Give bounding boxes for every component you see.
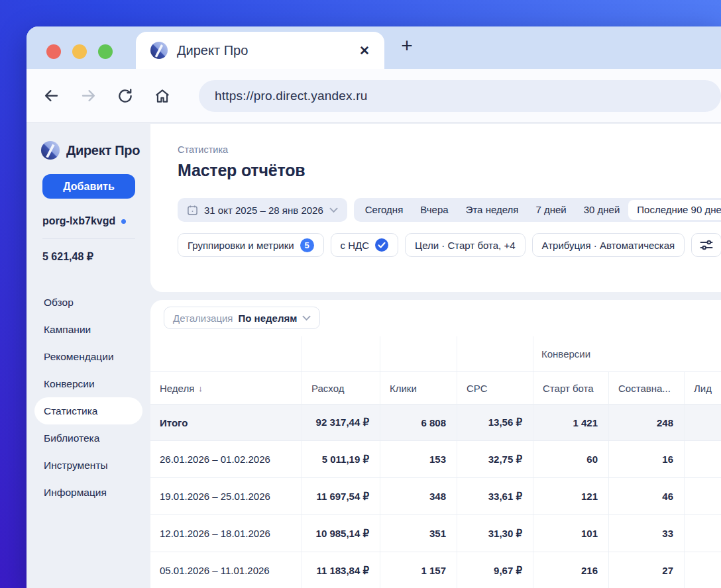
metric-value-cell: 9,67 ₽	[457, 552, 533, 588]
filter-chip-label: Цели · Старт бота, +4	[415, 240, 515, 251]
metric-value-cell: 11 183,84 ₽	[302, 552, 380, 588]
account-switcher[interactable]: porg-lxb7kvgd	[42, 215, 150, 227]
quick-range-30-дней[interactable]: 30 дней	[575, 200, 629, 220]
sidebar-item-information[interactable]: Информация	[34, 479, 142, 506]
column-header-1[interactable]: Расход	[302, 372, 380, 404]
quick-range-последние-90-дней[interactable]: Последние 90 дней	[628, 200, 721, 220]
sidebar-divider	[42, 238, 135, 239]
account-balance: 5 621,48 ₽	[42, 250, 150, 263]
forward-button[interactable]	[78, 86, 98, 106]
account-name: porg-lxb7kvgd	[42, 215, 115, 227]
filter-chip-attribution[interactable]: Атрибуция · Автоматическая	[532, 233, 685, 257]
tab-close-icon[interactable]: ✕	[359, 43, 370, 58]
sidebar: Директ Про Добавить porg-lxb7kvgd 5 621,…	[27, 124, 150, 588]
column-header-cpc[interactable]: CPC	[457, 372, 533, 404]
sidebar-item-campaigns[interactable]: Кампании	[34, 316, 142, 343]
group-header-spacer-cell	[150, 336, 302, 371]
metric-value-cell: 348	[380, 478, 457, 514]
metric-value-cell: 1 157	[380, 552, 457, 588]
report-table: КонверсииНеделя↓РасходКликиCPCСтарт бота…	[150, 336, 721, 588]
week-period-cell: 05.01.2026 – 11.01.2026	[150, 552, 302, 588]
address-bar[interactable]: https://pro.direct.yandex.ru	[199, 80, 721, 112]
direct-pro-logo-icon	[41, 141, 60, 160]
metric-value-cell	[685, 478, 721, 514]
sidebar-item-overview[interactable]: Обзор	[34, 289, 142, 316]
minimize-window-button[interactable]	[72, 44, 87, 59]
metric-value-cell: 11 697,54 ₽	[302, 478, 380, 514]
filter-chip-goals[interactable]: Цели · Старт бота, +4	[405, 233, 525, 257]
main-content: Статистика Мастер отчётов 31 окт 2025 – …	[150, 124, 721, 588]
add-button[interactable]: Добавить	[42, 174, 135, 199]
metric-value-cell: 5 011,19 ₽	[302, 441, 380, 477]
detail-level-label: Детализация	[173, 313, 233, 324]
column-header-2[interactable]: Клики	[380, 372, 457, 404]
cards-gap	[150, 292, 721, 300]
column-header-label: Неделя	[160, 383, 194, 394]
sidebar-item-conversions[interactable]: Конверсии	[34, 370, 142, 397]
calendar-icon	[187, 205, 198, 216]
week-period-cell: 19.01.2026 – 25.01.2026	[150, 478, 302, 514]
maximize-window-button[interactable]	[98, 44, 113, 59]
totals-value-cell: 6 808	[380, 405, 457, 440]
totals-value-cell: 13,56 ₽	[457, 405, 533, 440]
group-header-spacer-cell	[380, 336, 457, 371]
metric-value-cell: 16	[609, 441, 685, 477]
back-button[interactable]	[41, 86, 61, 106]
detail-level-value: По неделям	[239, 313, 298, 324]
close-window-button[interactable]	[46, 44, 61, 59]
metric-value-cell: 101	[533, 515, 609, 552]
filter-chip-groupings-metrics[interactable]: Группировки и метрики5	[178, 233, 324, 257]
sidebar-item-statistics[interactable]: Статистика	[34, 397, 142, 424]
checkbox-checked-icon	[375, 238, 388, 252]
column-header-label: Старт бота	[543, 383, 594, 394]
filter-chips-row: Группировки и метрики5с НДСЦели · Старт …	[178, 233, 721, 257]
browser-tab[interactable]: Директ Про ✕	[136, 32, 384, 69]
page-title: Мастер отчётов	[178, 161, 721, 180]
filter-chip-label: Атрибуция · Автоматическая	[542, 240, 675, 251]
quick-range-вчера[interactable]: Вчера	[412, 200, 457, 220]
column-header-6[interactable]: Лид	[685, 372, 721, 404]
metric-value-cell: 31,30 ₽	[457, 515, 533, 552]
detail-level-dropdown[interactable]: Детализация По неделям	[164, 307, 320, 329]
chevron-down-icon	[302, 315, 311, 321]
filter-settings-button[interactable]	[691, 233, 721, 257]
app-logo-text: Директ Про	[66, 143, 140, 158]
metric-value-cell: 33,61 ₽	[457, 478, 533, 514]
quick-range-7-дней[interactable]: 7 дней	[527, 200, 575, 220]
sliders-icon	[699, 238, 714, 252]
totals-label-cell: Итого	[150, 405, 302, 440]
table-totals-row: Итого92 317,44 ₽6 80813,56 ₽1 421248	[150, 405, 721, 441]
sort-descending-icon: ↓	[198, 383, 203, 393]
column-header-4[interactable]: Старт бота	[533, 372, 609, 404]
report-table-card: Детализация По неделям КонверсииНеделя↓Р…	[150, 300, 721, 588]
new-tab-button[interactable]: +	[395, 34, 419, 57]
week-period-cell: 12.01.2026 – 18.01.2026	[150, 515, 302, 552]
column-header-0[interactable]: Неделя↓	[150, 372, 302, 404]
column-header-label: Расход	[311, 383, 344, 394]
metric-value-cell: 10 985,14 ₽	[302, 515, 380, 552]
direct-pro-app: Директ Про Добавить porg-lxb7kvgd 5 621,…	[27, 124, 721, 588]
quick-range-эта-неделя[interactable]: Эта неделя	[457, 200, 527, 220]
metric-value-cell: 216	[533, 552, 609, 588]
sidebar-item-tools[interactable]: Инструменты	[34, 452, 142, 479]
reload-button[interactable]	[115, 86, 135, 106]
browser-window: Директ Про ✕ + https://pro.direct.yandex…	[27, 26, 721, 588]
home-button[interactable]	[152, 86, 172, 106]
table-row: 12.01.2026 – 18.01.202610 985,14 ₽35131,…	[150, 515, 721, 552]
metric-value-cell	[685, 515, 721, 552]
totals-value-cell: 1 421	[533, 405, 609, 440]
sidebar-item-library[interactable]: Библиотека	[34, 424, 142, 452]
group-header-conversions: Конверсии	[533, 336, 721, 371]
quick-range-сегодня[interactable]: Сегодня	[357, 200, 412, 220]
date-range-picker[interactable]: 31 окт 2025 – 28 янв 2026	[178, 198, 347, 222]
tab-strip: Директ Про ✕ +	[27, 26, 721, 69]
account-status-dot-icon	[121, 219, 126, 224]
group-header-spacer-cell	[302, 336, 380, 371]
sidebar-item-recommendations[interactable]: Рекомендации	[34, 343, 142, 370]
table-row: 26.01.2026 – 01.02.20265 011,19 ₽15332,7…	[150, 441, 721, 478]
column-header-label: CPC	[467, 383, 488, 394]
filter-chip-vat[interactable]: с НДС	[331, 233, 399, 257]
column-header-5[interactable]: Составна...	[609, 372, 685, 404]
window-controls	[46, 44, 113, 59]
date-filter-row: 31 окт 2025 – 28 янв 2026 СегодняВчераЭт…	[178, 198, 721, 222]
